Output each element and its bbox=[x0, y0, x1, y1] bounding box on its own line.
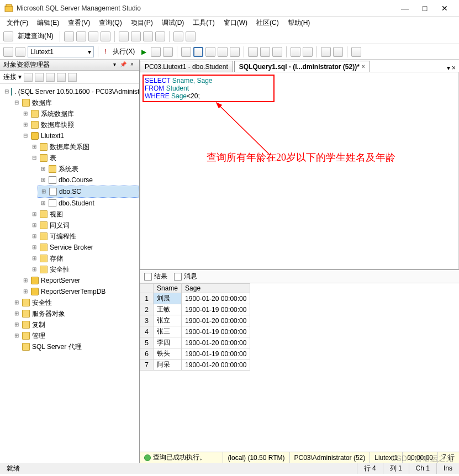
debug-icon[interactable]: ▶ bbox=[139, 48, 149, 56]
status-line: 行 4 bbox=[357, 463, 383, 474]
tree-liutext: ⊟Liutext1 bbox=[20, 130, 139, 141]
object-explorer-header: 对象资源管理器 ▾ 📌 × bbox=[0, 60, 139, 71]
tb1-ico-8[interactable] bbox=[155, 31, 165, 41]
pin-icon[interactable]: 📌 bbox=[119, 61, 127, 69]
menu-bar: 文件(F)编辑(E)查看(V)查询(Q)项目(P)调试(D)工具(T)窗口(W)… bbox=[0, 17, 459, 29]
tb2-ico-c[interactable] bbox=[205, 47, 215, 57]
messages-tab[interactable]: 消息 bbox=[174, 272, 197, 281]
menu-item[interactable]: 查看(V) bbox=[65, 17, 93, 29]
app-icon bbox=[4, 4, 13, 13]
results-tab[interactable]: 结果 bbox=[144, 272, 167, 281]
conn-ico-5[interactable] bbox=[68, 73, 77, 82]
object-tree[interactable]: ⊟. (SQL Server 10.50.1600 - PC03\Adminis… bbox=[0, 84, 139, 463]
conn-ico-2[interactable] bbox=[35, 73, 44, 82]
tb2-ico-outdent[interactable] bbox=[333, 47, 343, 57]
tabs-overflow-icon[interactable]: ▾ × bbox=[444, 64, 459, 72]
tb2-ico-parse[interactable] bbox=[163, 47, 173, 57]
tb2-connect-icon[interactable] bbox=[3, 47, 13, 57]
menu-item[interactable]: 窗口(W) bbox=[220, 17, 251, 29]
tab-close-icon[interactable]: × bbox=[362, 64, 365, 70]
object-explorer: 对象资源管理器 ▾ 📌 × 连接 ▾ ⊟. (SQL Server 10.50.… bbox=[0, 60, 140, 463]
pane-dropdown-icon[interactable]: ▾ bbox=[110, 61, 118, 69]
tree-reportsvrtmp: ⊞ReportServerTempDB bbox=[20, 286, 139, 297]
tb2-ico-a[interactable] bbox=[181, 47, 191, 57]
close-button[interactable]: ✕ bbox=[435, 2, 455, 15]
grid-icon bbox=[144, 273, 152, 281]
tb1-ico-2[interactable] bbox=[76, 31, 86, 41]
tree-sc: ⊞dbo.SC bbox=[38, 186, 139, 198]
tb1-ico-7[interactable] bbox=[143, 31, 153, 41]
tb2-ico-d[interactable] bbox=[218, 47, 228, 57]
tree-dbdiagram: ⊞数据库关系图 bbox=[29, 141, 139, 152]
query-status-msg: 查询已成功执行。 bbox=[153, 453, 206, 462]
tb1-ico-4[interactable] bbox=[101, 31, 110, 41]
svg-line-2 bbox=[219, 105, 270, 155]
tree-security-db: ⊞安全性 bbox=[29, 264, 139, 275]
tab-student[interactable]: PC03.Liutext1 - dbo.Student bbox=[140, 61, 233, 72]
tb2-ico-indent[interactable] bbox=[321, 47, 331, 57]
new-query-icon[interactable] bbox=[3, 31, 13, 41]
tb1-ico-5[interactable] bbox=[119, 31, 129, 41]
tb1-ico-1[interactable] bbox=[64, 31, 74, 41]
query-status-server: (local) (10.50 RTM) bbox=[223, 452, 289, 463]
tb2-ico-results-grid[interactable] bbox=[193, 47, 203, 57]
editor-area: PC03.Liutext1 - dbo.Student SQLQuery1.sq… bbox=[140, 60, 459, 463]
results-grid-wrap[interactable]: SnameSage1刘晨1900-01-20 00:00:002王敏1900-0… bbox=[140, 283, 459, 452]
menu-item[interactable]: 调试(D) bbox=[159, 17, 188, 29]
sql-highlight-box: SELECT Sname, SageFROM StudentWHERE Sage… bbox=[143, 75, 275, 102]
tb2-ico-g[interactable] bbox=[260, 47, 270, 57]
execute-button[interactable]: 执行(X) bbox=[110, 47, 137, 56]
server-icon bbox=[11, 88, 12, 96]
menu-item[interactable]: 工具(T) bbox=[189, 17, 218, 29]
tb1-ico-10[interactable] bbox=[186, 31, 196, 41]
messages-icon bbox=[174, 273, 182, 281]
folder-icon bbox=[40, 266, 48, 273]
folder-icon bbox=[22, 310, 30, 318]
conn-ico-3[interactable] bbox=[46, 73, 55, 82]
tb1-ico-6[interactable] bbox=[131, 31, 141, 41]
tb2-ico-e[interactable] bbox=[230, 47, 240, 57]
tree-course: ⊞dbo.Course bbox=[38, 174, 139, 186]
database-icon bbox=[31, 277, 39, 284]
annotation-text: 查询所有年龄在20岁以下的学生姓名及年龄 bbox=[207, 151, 395, 164]
conn-ico-1[interactable] bbox=[24, 73, 33, 82]
database-combo[interactable]: Liutext1▾ bbox=[28, 46, 94, 57]
results-grid[interactable]: SnameSage1刘晨1900-01-20 00:00:002王敏1900-0… bbox=[140, 283, 250, 371]
tree-agent: SQL Server 代理 bbox=[11, 341, 139, 352]
folder-icon bbox=[31, 121, 39, 129]
tb2-ico-f[interactable] bbox=[248, 47, 258, 57]
connect-button[interactable]: 连接 ▾ bbox=[3, 72, 22, 82]
pane-close-icon[interactable]: × bbox=[128, 61, 136, 69]
menu-item[interactable]: 查询(Q) bbox=[96, 17, 125, 29]
tb2-ico-i[interactable] bbox=[291, 47, 300, 57]
tb2-ico-stop[interactable] bbox=[151, 47, 161, 57]
tab-sqlquery[interactable]: SQLQuery1.sql - (l...dministrator (52))*… bbox=[234, 61, 370, 72]
connect-toolbar: 连接 ▾ bbox=[0, 71, 139, 84]
results-pane: 结果 消息 SnameSage1刘晨1900-01-20 00:00:002王敏… bbox=[140, 269, 459, 463]
execute-icon[interactable]: ! bbox=[102, 48, 108, 56]
menu-item[interactable]: 帮助(H) bbox=[284, 17, 314, 29]
database-icon bbox=[31, 288, 39, 295]
menu-item[interactable]: 文件(F) bbox=[3, 17, 31, 29]
database-icon bbox=[31, 132, 39, 140]
tb2-ico-h[interactable] bbox=[272, 47, 282, 57]
table-icon bbox=[49, 176, 56, 184]
annotation-arrow bbox=[140, 72, 450, 271]
menu-item[interactable]: 编辑(E) bbox=[34, 17, 62, 29]
tb2-ico-1[interactable] bbox=[15, 47, 25, 57]
menu-item[interactable]: 社区(C) bbox=[253, 17, 282, 29]
new-query-button[interactable]: 新建查询(N) bbox=[15, 31, 56, 41]
sql-editor[interactable]: SELECT Sname, SageFROM StudentWHERE Sage… bbox=[140, 72, 459, 269]
tree-servicebroker: ⊞Service Broker bbox=[29, 242, 139, 253]
tb1-ico-9[interactable] bbox=[173, 31, 183, 41]
chevron-down-icon: ▾ bbox=[88, 48, 91, 56]
tb1-ico-3[interactable] bbox=[88, 31, 98, 41]
editor-tabs: PC03.Liutext1 - dbo.Student SQLQuery1.sq… bbox=[140, 60, 459, 72]
tb2-ico-font[interactable] bbox=[351, 47, 361, 57]
conn-ico-4[interactable] bbox=[57, 73, 66, 82]
tb2-ico-j[interactable] bbox=[303, 47, 313, 57]
folder-icon bbox=[40, 221, 48, 229]
minimize-button[interactable]: — bbox=[395, 2, 415, 15]
maximize-button[interactable]: □ bbox=[415, 2, 435, 15]
menu-item[interactable]: 项目(P) bbox=[128, 17, 156, 29]
